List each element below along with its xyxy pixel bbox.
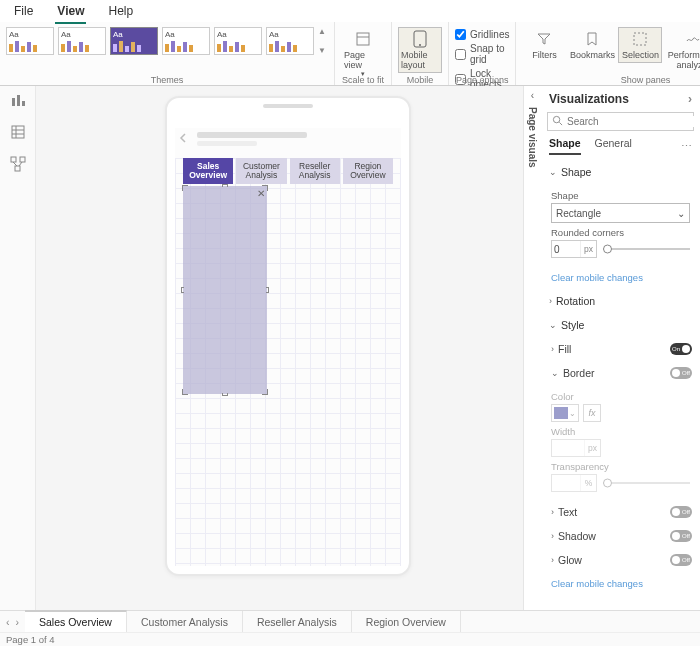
page-view-button[interactable]: Page view ▾: [341, 27, 385, 81]
chevron-down-icon: ⌄: [677, 208, 685, 219]
section-shadow[interactable]: ›ShadowOff: [541, 524, 700, 548]
resize-handle[interactable]: [222, 184, 228, 187]
ribbon: Aa Aa Aa Aa Aa Aa ▲▼ Themes Page view ▾ …: [0, 22, 700, 86]
menu-help[interactable]: Help: [106, 2, 135, 24]
performance-analyzer-button[interactable]: Performance analyzer: [666, 27, 700, 73]
border-width-input[interactable]: px: [551, 439, 601, 457]
clear-mobile-changes-link[interactable]: Clear mobile changes: [541, 266, 700, 289]
sheet-tab-region[interactable]: Region Overview: [352, 611, 461, 632]
section-style[interactable]: ⌄Style: [541, 313, 700, 337]
expand-pane-icon[interactable]: ›: [688, 92, 692, 106]
scale-group-label: Scale to fit: [342, 75, 384, 85]
sheet-tab-bar: ‹ › Sales Overview Customer Analysis Res…: [0, 610, 700, 632]
phone-notch: [263, 104, 313, 108]
expand-page-visuals-icon[interactable]: ‹: [531, 90, 534, 101]
snap-to-grid-checkbox[interactable]: Snap to grid: [455, 43, 509, 65]
report-view-icon[interactable]: [10, 92, 26, 108]
section-border[interactable]: ⌄BorderOff: [541, 361, 700, 385]
svg-rect-8: [17, 95, 20, 106]
back-icon[interactable]: [177, 132, 191, 146]
border-toggle[interactable]: Off: [670, 367, 692, 379]
sheet-tab-sales[interactable]: Sales Overview: [25, 610, 127, 632]
text-toggle[interactable]: Off: [670, 506, 692, 518]
border-transparency-input[interactable]: %: [551, 474, 597, 492]
filters-button[interactable]: Filters: [522, 27, 566, 63]
tab-shape[interactable]: Shape: [549, 137, 581, 155]
menu-file[interactable]: File: [12, 2, 35, 24]
selection-button[interactable]: Selection: [618, 27, 662, 63]
search-input[interactable]: [547, 112, 694, 131]
border-transparency-slider[interactable]: [603, 478, 690, 488]
resize-handle[interactable]: [182, 185, 188, 191]
resize-handle[interactable]: [182, 389, 188, 395]
shape-dropdown[interactable]: Rectangle⌄: [551, 203, 690, 223]
theme-thumb-3[interactable]: Aa: [110, 27, 158, 55]
tab-general[interactable]: General: [595, 137, 632, 155]
phone-tab-reseller[interactable]: Reseller Analysis: [290, 158, 340, 184]
resize-handle[interactable]: [266, 287, 269, 293]
chevron-down-icon: ⌄: [549, 167, 557, 177]
menu-tabs: File View Help: [0, 0, 700, 22]
svg-point-3: [419, 44, 421, 46]
chevron-down-icon: ⌄: [569, 409, 576, 418]
themes-group-label: Themes: [151, 75, 184, 85]
sheet-tab-reseller[interactable]: Reseller Analysis: [243, 611, 352, 632]
sheet-tab-customer[interactable]: Customer Analysis: [127, 611, 243, 632]
border-width-label: Width: [551, 426, 690, 437]
section-glow[interactable]: ›GlowOff: [541, 548, 700, 572]
phone-tabs: Sales Overview Customer Analysis Reselle…: [183, 158, 393, 184]
border-color-fx-button[interactable]: fx: [583, 404, 601, 422]
svg-rect-14: [11, 157, 16, 162]
mobile-group-label: Mobile: [407, 75, 434, 85]
theme-thumb-2[interactable]: Aa: [58, 27, 106, 55]
mobile-layout-label: Mobile layout: [401, 50, 439, 70]
section-text[interactable]: ›TextOff: [541, 500, 700, 524]
border-color-picker[interactable]: ⌄: [551, 404, 579, 422]
svg-rect-0: [357, 33, 369, 45]
theme-thumb-1[interactable]: Aa: [6, 27, 54, 55]
chevron-down-icon: ⌄: [551, 368, 559, 378]
section-shape[interactable]: ⌄Shape: [541, 160, 700, 184]
mobile-layout-button[interactable]: Mobile layout: [398, 27, 442, 73]
clear-mobile-changes-link-2[interactable]: Clear mobile changes: [541, 572, 700, 595]
glow-toggle[interactable]: Off: [670, 554, 692, 566]
resize-handle[interactable]: [222, 393, 228, 396]
model-view-icon[interactable]: [10, 156, 26, 172]
gridlines-checkbox[interactable]: Gridlines: [455, 29, 509, 40]
menu-view[interactable]: View: [55, 2, 86, 24]
theme-thumb-4[interactable]: Aa: [162, 27, 210, 55]
chevron-right-icon: ›: [549, 296, 552, 306]
resize-handle[interactable]: [181, 287, 184, 293]
shadow-toggle[interactable]: Off: [670, 530, 692, 542]
status-bar: Page 1 of 4: [0, 632, 700, 646]
data-view-icon[interactable]: [10, 124, 26, 140]
resize-handle[interactable]: [262, 389, 268, 395]
rounded-corners-input[interactable]: 0px: [551, 240, 597, 258]
sheet-prev-icon[interactable]: ‹: [6, 616, 10, 628]
theme-thumb-5[interactable]: Aa: [214, 27, 262, 55]
page-visuals-pane-collapsed: ‹ Page visuals: [523, 86, 541, 610]
phone-screen[interactable]: Sales Overview Customer Analysis Reselle…: [175, 128, 401, 566]
resize-handle[interactable]: [262, 185, 268, 191]
sheet-next-icon[interactable]: ›: [16, 616, 20, 628]
section-fill[interactable]: ›FillOn: [541, 337, 700, 361]
more-options-icon[interactable]: ⋯: [681, 140, 692, 152]
theme-gallery-scroll[interactable]: ▲▼: [318, 27, 328, 55]
sheet-nav: ‹ ›: [0, 611, 25, 632]
phone-tab-region[interactable]: Region Overview: [343, 158, 393, 184]
performance-icon: [684, 30, 700, 48]
placed-visual-selected[interactable]: ✕: [183, 186, 267, 394]
chevron-right-icon: ›: [551, 344, 554, 354]
page-visuals-label: Page visuals: [527, 107, 538, 168]
mobile-phone-frame: Sales Overview Customer Analysis Reselle…: [165, 96, 411, 576]
phone-tab-sales[interactable]: Sales Overview: [183, 158, 233, 184]
theme-thumb-6[interactable]: Aa: [266, 27, 314, 55]
rounded-corners-slider[interactable]: [603, 244, 690, 254]
page-options-group-label: Page options: [456, 75, 509, 85]
phone-tab-customer[interactable]: Customer Analysis: [236, 158, 286, 184]
fill-toggle[interactable]: On: [670, 343, 692, 355]
section-rotation[interactable]: ›Rotation: [541, 289, 700, 313]
bookmarks-button[interactable]: Bookmarks: [570, 27, 614, 63]
chevron-down-icon: ⌄: [549, 320, 557, 330]
visualizations-title: Visualizations: [549, 92, 629, 106]
